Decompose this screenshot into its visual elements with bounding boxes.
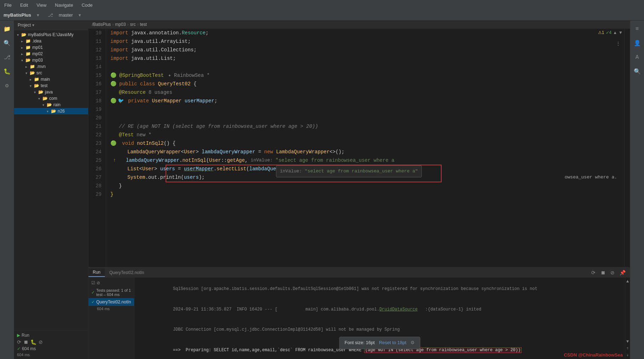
- editor-top-icons: ⋮: [614, 39, 623, 48]
- code-line-12: import java.util.Collections;: [110, 46, 624, 54]
- stop-button[interactable]: ⏹: [23, 339, 28, 345]
- more-options-icon[interactable]: ⋮: [616, 41, 621, 47]
- code-editor: ⚠1 ✓4 ▲ ▼ ⋮ 10 11 12 13 14 15 16: [88, 29, 630, 267]
- breadcrumb-part0: /BatisPlus: [92, 22, 111, 27]
- bottom-panel: Run QueryTest02.notIn ⟳ ⏹ ⊘ 📌 ☑ ⊘: [88, 267, 630, 359]
- debug-button[interactable]: 🐛: [30, 339, 36, 345]
- menu-edit[interactable]: Edit: [19, 2, 29, 8]
- font-size-bar: Font size: 16pt Reset to 18pt ⚙: [339, 337, 420, 349]
- check-icon[interactable]: ☑: [91, 280, 95, 285]
- code-line-18: 🟢 🐦 private UserMapper userMapper;: [110, 97, 624, 105]
- branch-name[interactable]: master: [59, 12, 73, 18]
- reset-font-button[interactable]: Reset to 18pt: [379, 339, 406, 347]
- tree-item-mvn[interactable]: ▸ 📁 .mvn: [14, 63, 88, 70]
- sidebar-project-icon[interactable]: 📁: [1, 23, 13, 35]
- code-line-28: }: [110, 182, 624, 190]
- scroll-up-icon[interactable]: ▲: [626, 279, 629, 284]
- tree-item-java[interactable]: ▾ 📂 java: [14, 89, 88, 95]
- code-line-24: LambdaQueryWrapper<User> lambdaQueryWrap…: [110, 148, 624, 156]
- scroll-top-icon[interactable]: ⇑: [626, 346, 629, 351]
- code-line-20: [110, 114, 624, 122]
- code-line-14: [110, 63, 624, 71]
- code-content[interactable]: import javax.annotation.Resource; import…: [106, 29, 624, 267]
- filter-icon[interactable]: ⊘: [609, 269, 616, 276]
- ln-28: 28: [88, 182, 103, 190]
- tab-querytest[interactable]: QueryTest02.notIn: [105, 269, 149, 277]
- font-size-label: Font size: 16pt: [345, 339, 375, 347]
- rerun-button[interactable]: ⟳: [17, 339, 21, 345]
- code-line-17: @Resource 8 usages: [110, 88, 624, 97]
- ln-21: 21: [88, 122, 103, 131]
- tree-item-test[interactable]: ▾ 📂 test: [14, 82, 88, 89]
- tree-item-main[interactable]: ▸ 📁 main: [14, 76, 88, 82]
- sidebar-git-icon[interactable]: ⎇: [1, 52, 13, 63]
- tree-item-mp02[interactable]: ▸ 📁 mp02: [14, 51, 88, 57]
- menu-file[interactable]: File: [3, 2, 13, 8]
- tree-item-com[interactable]: ▾ 📂 com: [14, 95, 88, 102]
- ln-15: 15: [88, 71, 103, 80]
- run-sidebar-status: ✓ Tests passed: 1 of 1 test – 604 ms: [88, 287, 134, 298]
- right-gutter[interactable]: [624, 29, 630, 267]
- tooltip-label: inValue:: [280, 169, 305, 174]
- app-root: File Edit View Navigate Code myBatisPlus…: [0, 0, 644, 359]
- font-gear-icon[interactable]: ⚙: [410, 339, 415, 347]
- menu-code[interactable]: Code: [80, 2, 94, 8]
- tree-item-mybatisplus[interactable]: ▾ 📂 myBatisPlus E:\Java\My: [14, 32, 88, 38]
- watermark: CSDN @ChinaRainbowSea: [564, 352, 623, 358]
- scroll-bottom-icon[interactable]: ⇓: [626, 352, 629, 358]
- ln-26: 26: [88, 165, 103, 173]
- right-panel: ≡ 👤 A 🔍: [630, 21, 644, 359]
- code-line-16: 🟢 public class QueryTest02 {: [110, 80, 624, 88]
- tree-item-idea[interactable]: ▸ 📁 .idea: [14, 38, 88, 44]
- run-label: ▶ Run: [17, 333, 85, 338]
- code-line-25: ↑ lambdaQueryWrapper.notInSql (User::get…: [110, 156, 624, 165]
- run-panel: ☑ ⊘ ✓ Tests passed: 1 of 1 test – 604 ms…: [88, 278, 630, 359]
- test-result-item[interactable]: ✓ 604 ms: [17, 345, 85, 353]
- pin-icon[interactable]: 📌: [618, 269, 627, 276]
- tree-item-rain[interactable]: ▾ 📂 rain: [14, 102, 88, 108]
- menu-view[interactable]: View: [35, 2, 48, 8]
- tree-item-src[interactable]: ▾ 📂 src: [14, 70, 88, 76]
- cancel-icon[interactable]: ⊘: [97, 280, 100, 285]
- project-name[interactable]: myBatisPlus: [4, 12, 31, 18]
- code-line-15: 🟢 @SpringBootTest ✦ RainbowSea *: [110, 71, 624, 80]
- run-sidebar-test-item[interactable]: ✓ QueryTest02.notIn: [88, 298, 134, 306]
- tab-run[interactable]: Run: [88, 268, 105, 277]
- code-line-21: // RE (age NOT IN (select age from rainb…: [110, 122, 624, 131]
- scroll-down-icon[interactable]: ▼: [626, 339, 629, 344]
- filter-button[interactable]: ⊘: [39, 339, 43, 345]
- sidebar-debug-icon[interactable]: 🐛: [1, 66, 13, 77]
- tree-container[interactable]: ▾ 📂 myBatisPlus E:\Java\My ▸ 📁 .idea ▸ 📁…: [14, 30, 88, 330]
- run-actions: ⟳ ⏹ 🐛 ⊘: [17, 339, 85, 345]
- ln-20: 20: [88, 114, 103, 122]
- right-panel-user-icon[interactable]: 👤: [632, 38, 643, 49]
- tree-item-mp03[interactable]: ▾ 📂 mp03: [14, 57, 88, 63]
- editor-column: /BatisPlus › mp03 › src › test ⚠1 ✓4 ▲ ▼: [88, 21, 630, 359]
- ln-14: 14: [88, 63, 103, 71]
- rerun-icon[interactable]: ⟳: [590, 269, 597, 276]
- sidebar-search-icon[interactable]: 🔍: [1, 38, 13, 49]
- run-label-text: Run: [22, 333, 29, 338]
- right-panel-search-icon[interactable]: 🔍: [632, 66, 643, 77]
- pass-icon: ✓: [91, 290, 95, 295]
- tree-item-mp01[interactable]: ▸ 📁 mp01: [14, 44, 88, 51]
- right-panel-menu-icon[interactable]: ≡: [632, 23, 643, 35]
- tree-item-n26[interactable]: ▾ 📂 n26: [14, 108, 88, 114]
- bottom-tab-icons: ⟳ ⏹ ⊘ 📌: [590, 269, 630, 276]
- test-time-detail: 604 ms: [17, 353, 85, 357]
- line-numbers: 10 11 12 13 14 15 16 17 18 19 20 21 22 2…: [88, 29, 106, 267]
- tooltip-box: inValue: "select age from rainbowsea_use…: [276, 165, 422, 177]
- run-output[interactable]: SqlSession [org.apache.ibatis.session.de…: [134, 278, 625, 359]
- right-panel-translate-icon[interactable]: A: [632, 52, 643, 63]
- breadcrumb: /BatisPlus › mp03 › src › test: [88, 21, 630, 29]
- ln-27: 27: [88, 173, 103, 182]
- breadcrumb-sep0: ›: [112, 22, 114, 27]
- output-scrollbar[interactable]: ▲ ▼ ⇑ ⇓: [625, 278, 630, 359]
- stop-icon[interactable]: ⏹: [599, 269, 607, 276]
- sidebar-structure-icon[interactable]: ⚙: [1, 80, 13, 91]
- ln-23: 23: [88, 139, 103, 148]
- bottom-tabs: Run QueryTest02.notIn ⟳ ⏹ ⊘ 📌: [88, 268, 630, 278]
- menu-navigate[interactable]: Navigate: [53, 2, 74, 8]
- ln-29: 29: [88, 190, 103, 199]
- panel-header: Project ▾: [14, 21, 88, 30]
